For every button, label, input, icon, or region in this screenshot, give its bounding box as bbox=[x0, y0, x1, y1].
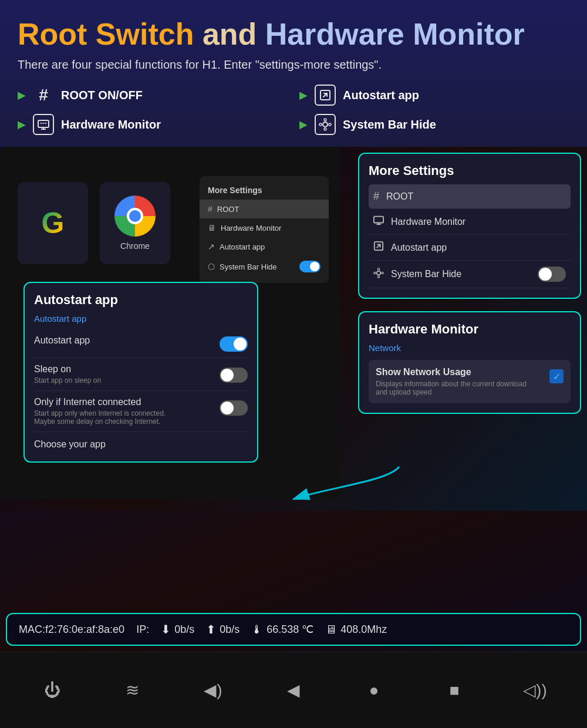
card-menu-hardware[interactable]: Hardware Monitor bbox=[369, 209, 571, 235]
upload-icon: ⬆ bbox=[206, 622, 216, 636]
menu-hw-label-sm: Hardware Monitor bbox=[221, 224, 281, 232]
chrome-label: Chrome bbox=[120, 241, 150, 251]
temp-icon: 🌡 bbox=[251, 623, 263, 636]
upload-value: 0b/s bbox=[220, 623, 239, 636]
sysbar-toggle-lg[interactable] bbox=[538, 267, 566, 282]
network-checkbox[interactable]: ✓ bbox=[549, 369, 564, 383]
choose-app-label: Choose your app bbox=[34, 432, 248, 452]
menu-button[interactable]: ≋ bbox=[115, 673, 150, 708]
volume-up-button[interactable]: ◁)) bbox=[517, 673, 552, 708]
home-button[interactable]: ● bbox=[356, 673, 392, 708]
mac-label: MAC:f2:76:0e:af:8a:e0 bbox=[19, 623, 124, 636]
download-value: 0b/s bbox=[174, 623, 194, 636]
hardware-monitor-card: Hardware Monitor Network Show Network Us… bbox=[358, 311, 581, 414]
menu-item-sysbar-sm[interactable]: ⬡ System Bar Hide bbox=[200, 256, 329, 277]
autostart-label-0: Autostart app bbox=[34, 335, 220, 346]
card-sysbar-label: System Bar Hide bbox=[391, 269, 461, 279]
network-row-title: Show Network Usage bbox=[376, 367, 544, 378]
card-hash-icon: # bbox=[373, 190, 379, 203]
menu-title-sm: More Settings bbox=[200, 182, 329, 200]
card-hw-label: Hardware Monitor bbox=[391, 217, 465, 227]
card-auto-icon bbox=[373, 241, 384, 254]
subtitle: There are four special functions for H1.… bbox=[18, 58, 569, 72]
screenshot-area: G Chrome More Settings # ROOT 🖥 Hardware… bbox=[0, 147, 587, 511]
back-button[interactable]: ◀ bbox=[276, 673, 311, 708]
hardware-card-title: Hardware Monitor bbox=[369, 322, 571, 337]
chrome-app-icon[interactable]: Chrome bbox=[100, 182, 170, 264]
autostart-section-label: Autostart app bbox=[34, 314, 248, 323]
ip-label: IP: bbox=[136, 623, 149, 636]
autostart-icon bbox=[315, 85, 336, 106]
svg-point-5 bbox=[319, 123, 322, 126]
stop-button[interactable]: ■ bbox=[437, 673, 472, 708]
sysbar-icon-sm: ⬡ bbox=[208, 262, 215, 271]
card-sysbar-icon bbox=[373, 268, 384, 281]
menu-auto-label-sm: Autostart app bbox=[220, 242, 265, 251]
systembar-icon bbox=[315, 114, 336, 135]
hardware-icon bbox=[33, 114, 54, 135]
card-menu-sysbar[interactable]: System Bar Hide bbox=[369, 261, 571, 288]
autostart-label-2: Only if Internet connected bbox=[34, 397, 220, 407]
menu-root-label-sm: ROOT bbox=[217, 205, 239, 214]
hash-icon: # bbox=[33, 85, 54, 106]
svg-rect-1 bbox=[38, 120, 49, 127]
download-icon: ⬇ bbox=[161, 622, 171, 636]
title-and: and bbox=[203, 17, 265, 51]
download-item: ⬇ 0b/s bbox=[161, 622, 194, 636]
hw-icon-sm: 🖥 bbox=[208, 223, 216, 232]
sysbar-toggle-sm[interactable] bbox=[299, 261, 321, 272]
feature-arrow-autostart: ▶ bbox=[299, 89, 308, 102]
network-row-sub: Displays information about the current d… bbox=[376, 380, 544, 396]
card-hw-icon bbox=[373, 215, 384, 228]
card-root-label: ROOT bbox=[386, 191, 413, 202]
temp-item: 🌡 66.538 ℃ bbox=[251, 623, 313, 636]
autostart-item-2: Only if Internet connected Start app onl… bbox=[34, 391, 248, 432]
title-hardware: Hardware Monitor bbox=[265, 17, 525, 51]
cpu-value: 408.0Mhz bbox=[340, 623, 387, 636]
features-grid: ▶ # ROOT ON/OFF ▶ Autostart app ▶ bbox=[18, 85, 569, 135]
menu-item-root-sm[interactable]: # ROOT bbox=[200, 200, 329, 218]
svg-point-4 bbox=[324, 128, 326, 130]
autostart-toggle-0[interactable] bbox=[220, 336, 248, 352]
autostart-card-title: Autostart app bbox=[34, 292, 248, 308]
cpu-icon: 🖥 bbox=[325, 623, 337, 636]
cpu-item: 🖥 408.0Mhz bbox=[325, 623, 387, 636]
menu-item-auto-sm[interactable]: ↗ Autostart app bbox=[200, 237, 329, 256]
google-logo: G bbox=[32, 203, 73, 244]
autostart-sublabel-1: Start app on sleep on bbox=[34, 376, 220, 385]
autostart-toggle-1[interactable] bbox=[220, 368, 248, 383]
more-settings-card-title: More Settings bbox=[369, 163, 571, 178]
hash-icon-sm: # bbox=[208, 204, 212, 214]
feature-label-autostart: Autostart app bbox=[343, 89, 419, 102]
card-menu-root[interactable]: # ROOT bbox=[369, 184, 571, 209]
menu-item-hw-sm[interactable]: 🖥 Hardware Monitor bbox=[200, 218, 329, 237]
title-root: Root Switch bbox=[18, 17, 194, 51]
top-section: Root Switch and Hardware Monitor There a… bbox=[0, 0, 587, 147]
temp-value: 66.538 ℃ bbox=[266, 623, 313, 636]
upload-item: ⬆ 0b/s bbox=[206, 622, 239, 636]
autostart-toggle-2[interactable] bbox=[220, 400, 248, 416]
google-app-icon[interactable]: G bbox=[18, 182, 88, 264]
power-button[interactable]: ⏻ bbox=[35, 673, 70, 708]
nav-bar: ⏻ ≋ ◀) ◀ ● ■ ◁)) bbox=[0, 652, 587, 728]
svg-point-16 bbox=[382, 272, 383, 274]
network-row: Show Network Usage Displays information … bbox=[369, 360, 571, 403]
svg-point-13 bbox=[377, 268, 379, 270]
autostart-label-1: Sleep on bbox=[34, 364, 220, 375]
autostart-item-0: Autostart app bbox=[34, 329, 248, 358]
volume-down-button[interactable]: ◀) bbox=[195, 673, 231, 708]
mac-address: MAC:f2:76:0e:af:8a:e0 bbox=[19, 623, 124, 636]
feature-label-hardware: Hardware Monitor bbox=[61, 118, 161, 132]
svg-rect-10 bbox=[374, 217, 383, 223]
feature-autostart: ▶ Autostart app bbox=[299, 85, 569, 106]
main-title: Root Switch and Hardware Monitor bbox=[18, 18, 569, 51]
feature-root: ▶ # ROOT ON/OFF bbox=[18, 85, 288, 106]
feature-label-root: ROOT ON/OFF bbox=[61, 89, 143, 102]
card-menu-autostart[interactable]: Autostart app bbox=[369, 235, 571, 261]
feature-label-systembar: System Bar Hide bbox=[343, 118, 436, 132]
menu-sysbar-label-sm: System Bar Hide bbox=[220, 262, 277, 271]
network-label: Network bbox=[369, 343, 571, 353]
autostart-card: Autostart app Autostart app Autostart ap… bbox=[23, 282, 258, 463]
autostart-item-1: Sleep on Start app on sleep on bbox=[34, 358, 248, 391]
svg-point-3 bbox=[324, 119, 326, 121]
